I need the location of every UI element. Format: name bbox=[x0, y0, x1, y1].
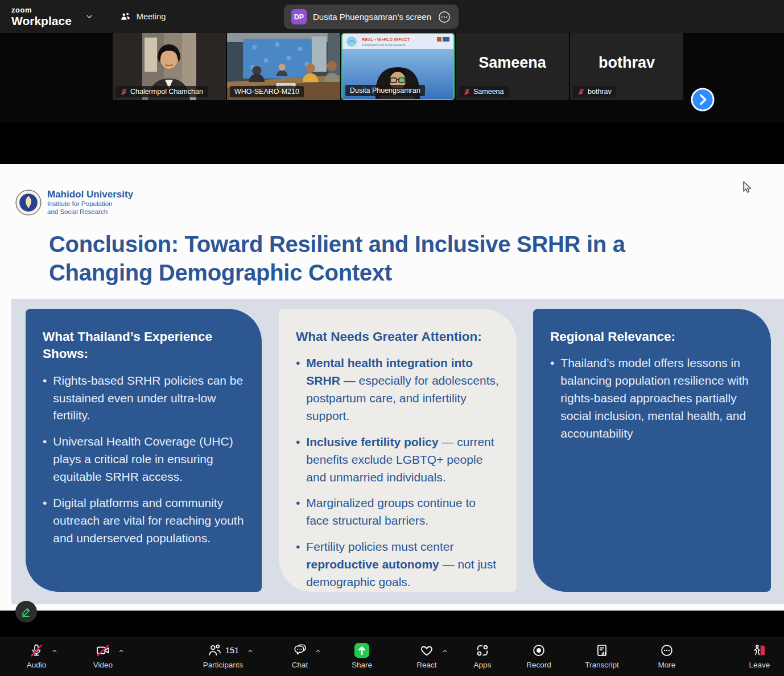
participant-name: Dusita Phuengsamran bbox=[350, 86, 420, 94]
next-participants-button[interactable] bbox=[691, 88, 715, 112]
toolbar-label: React bbox=[416, 661, 436, 669]
audio-chevron-up-icon[interactable] bbox=[51, 648, 58, 654]
toolbar-participants-button[interactable]: 151Participants bbox=[189, 642, 257, 669]
card-bullets: •Thailand’s model offers lessons in bala… bbox=[550, 355, 754, 442]
card-bullets: •Rights-based SRHR policies can be susta… bbox=[43, 372, 245, 547]
share-icon bbox=[353, 642, 370, 659]
logo-subtitle-1: Institute for Population bbox=[47, 200, 133, 208]
slide-card-1: What Thailand’s Experience Shows:•Rights… bbox=[26, 309, 262, 592]
brand-workplace: Workplace bbox=[11, 15, 72, 27]
slide-title: Conclusion: Toward Resilient and Inclusi… bbox=[49, 230, 698, 287]
participant-display-name: Sameena bbox=[456, 33, 569, 92]
react-chevron-up-icon[interactable] bbox=[441, 648, 448, 654]
mahidol-logo: Mahidol University Institute for Populat… bbox=[15, 189, 133, 216]
toolbar-label: Apps bbox=[474, 661, 492, 669]
chat-icon bbox=[292, 643, 307, 658]
bullet-item: •Fertility policies must center reproduc… bbox=[296, 538, 500, 591]
video-tile-who-room[interactable]: SEAROWHO-SEARO-M210 bbox=[227, 33, 340, 100]
logo-org-name: Mahidol University bbox=[47, 189, 133, 200]
annotate-pencil-button[interactable] bbox=[15, 601, 37, 623]
slide-card-2: What Needs Greater Attention:•Mental hea… bbox=[279, 309, 517, 592]
toolbar-audio-button[interactable]: Audio bbox=[2, 642, 71, 669]
muted-mic-icon bbox=[463, 88, 471, 96]
avatar: DP bbox=[291, 9, 307, 24]
brand-zoom: zoom bbox=[11, 6, 72, 14]
top-bar: zoom Workplace Meeting DP Dusita Phuengs… bbox=[0, 0, 784, 33]
toolbar-label: Record bbox=[526, 661, 551, 669]
muted-mic-icon bbox=[577, 88, 585, 96]
toolbar-record-button[interactable]: Record bbox=[505, 642, 573, 669]
bullet-dot: • bbox=[296, 538, 300, 591]
participant-name: Sameena bbox=[473, 88, 504, 96]
video-icon bbox=[96, 643, 110, 658]
tab-meeting[interactable]: Meeting bbox=[119, 11, 166, 23]
participants-chevron-up-icon[interactable] bbox=[247, 648, 254, 654]
react-icon bbox=[419, 643, 434, 658]
zoom-workplace-logo: zoom Workplace bbox=[11, 6, 72, 27]
share-options-ellipsis-icon[interactable] bbox=[438, 10, 451, 24]
video-strip-area: Chalermpol ChamchanSEAROWHO-SEARO-M210RE… bbox=[0, 33, 784, 123]
bullet-dot: • bbox=[550, 355, 554, 442]
zoom-meeting-window: zoom Workplace Meeting DP Dusita Phuengs… bbox=[0, 0, 784, 676]
workspace-chevron-down-icon[interactable] bbox=[84, 11, 94, 22]
participants-icon bbox=[207, 643, 222, 658]
leave-icon bbox=[752, 643, 767, 658]
card-heading: Regional Relevance: bbox=[550, 328, 754, 345]
video-tile-chalermpol[interactable]: Chalermpol Chamchan bbox=[113, 33, 226, 100]
svg-text:of Population and Social Resea: of Population and Social Research bbox=[362, 43, 406, 47]
bullet-item: •Inclusive fertility policy — current be… bbox=[296, 434, 500, 487]
toolbar-chat-button[interactable]: Chat bbox=[266, 642, 334, 669]
video-tile-sameena[interactable]: SameenaSameena bbox=[456, 33, 569, 100]
participant-name: Chalermpol Chamchan bbox=[130, 88, 203, 96]
bullet-item: •Thailand’s model offers lessons in bala… bbox=[550, 355, 754, 442]
logo-subtitle-2: and Social Research bbox=[47, 208, 133, 216]
participant-display-name: bothrav bbox=[570, 33, 683, 92]
toolbar-label: Share bbox=[352, 661, 372, 669]
screen-share-pill[interactable]: DP Dusita Phuengsamran's screen bbox=[284, 5, 459, 29]
more-icon bbox=[659, 643, 674, 658]
toolbar-label: Transcript bbox=[585, 661, 619, 669]
participants-count: 151 bbox=[225, 646, 239, 655]
meeting-tab-label: Meeting bbox=[137, 12, 166, 21]
bullet-item: •Marginalized groups continue to face st… bbox=[296, 494, 500, 530]
chat-chevron-up-icon[interactable] bbox=[315, 648, 321, 654]
toolbar-more-button[interactable]: More bbox=[633, 642, 701, 669]
toolbar-video-button[interactable]: Video bbox=[69, 642, 137, 669]
bullet-item: •Rights-based SRHR policies can be susta… bbox=[43, 372, 245, 425]
participant-name-label: Sameena bbox=[459, 86, 509, 97]
bullet-dot: • bbox=[43, 433, 47, 486]
mahidol-emblem-icon bbox=[15, 189, 42, 216]
svg-text:REAL • W●RLD IMPACT: REAL • W●RLD IMPACT bbox=[362, 37, 410, 42]
bullet-item: •Digital platforms and community outreac… bbox=[43, 494, 245, 547]
toolbar-label: Leave bbox=[749, 661, 770, 669]
slide-card-3: Regional Relevance:•Thailand’s model off… bbox=[533, 309, 771, 592]
toolbar-share-button[interactable]: Share bbox=[328, 642, 396, 669]
toolbar-leave-button[interactable]: Leave bbox=[725, 642, 784, 669]
participant-name: WHO-SEARO-M210 bbox=[234, 88, 299, 96]
audio-icon bbox=[29, 643, 44, 658]
transcript-icon bbox=[595, 643, 609, 658]
participant-name-label: Dusita Phuengsamran bbox=[345, 85, 425, 96]
participant-name-label: WHO-SEARO-M210 bbox=[230, 86, 304, 97]
bullet-item: •Mental health integration into SRHR — e… bbox=[296, 355, 500, 424]
bullet-dot: • bbox=[43, 372, 47, 425]
bullet-dot: • bbox=[296, 434, 300, 487]
video-tiles: Chalermpol ChamchanSEAROWHO-SEARO-M210RE… bbox=[113, 33, 683, 100]
video-tile-bothrav[interactable]: bothravbothrav bbox=[570, 33, 683, 100]
toolbar-label: More bbox=[658, 661, 676, 669]
toolbar-label: Chat bbox=[292, 661, 308, 669]
bullet-dot: • bbox=[296, 494, 300, 530]
participant-name-label: bothrav bbox=[573, 86, 616, 97]
bullet-dot: • bbox=[43, 494, 47, 547]
participant-name: bothrav bbox=[588, 88, 612, 96]
bullet-item: •Universal Health Coverage (UHC) plays a… bbox=[43, 433, 245, 486]
control-toolbar: AudioVideo151ParticipantsChatShareReactA… bbox=[0, 637, 784, 676]
video-chevron-up-icon[interactable] bbox=[118, 648, 125, 654]
toolbar-transcript-button[interactable]: Transcript bbox=[568, 642, 636, 669]
card-heading: What Needs Greater Attention: bbox=[296, 328, 500, 345]
card-heading: What Thailand’s Experience Shows: bbox=[43, 328, 245, 363]
video-tile-dusita[interactable]: REAL • W●RLD IMPACTof Population and Soc… bbox=[341, 33, 455, 100]
toolbar-label: Audio bbox=[27, 661, 47, 669]
toolbar-label: Video bbox=[93, 661, 113, 669]
meeting-people-icon bbox=[119, 11, 131, 23]
